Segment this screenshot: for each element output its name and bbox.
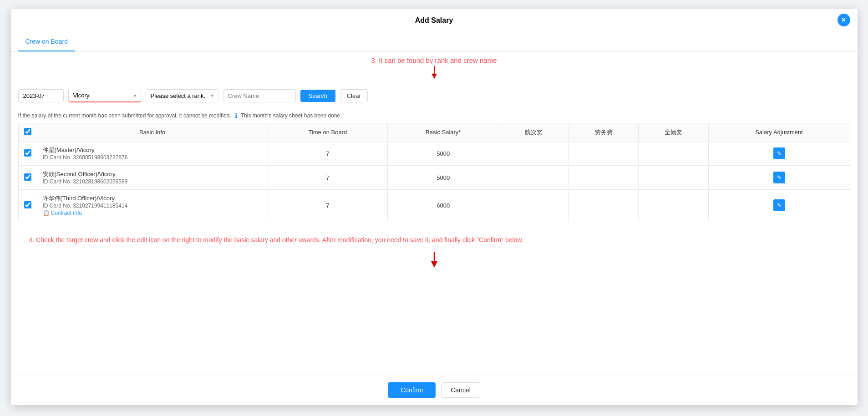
row2-edit-button[interactable]: ✎ xyxy=(773,172,785,183)
tab-bar: Crew on Board xyxy=(11,32,858,52)
row1-col2 xyxy=(569,142,639,166)
row2-edit-cell: ✎ xyxy=(708,166,850,190)
modal-title: Add Salary xyxy=(415,16,453,24)
th-col1: 航次奖 xyxy=(499,123,569,142)
vessel-select-wrapper: Vicory ▼ xyxy=(68,89,141,102)
rank-select-wrapper: Please select a rank. ▼ xyxy=(146,89,218,102)
row1-edit-cell: ✎ xyxy=(708,142,850,166)
vessel-select[interactable]: Vicory xyxy=(68,89,141,102)
header-checkbox[interactable] xyxy=(24,128,31,135)
filter-row: Vicory ▼ Please select a rank. ▼ Search … xyxy=(11,83,858,108)
th-col3: 全勤奖 xyxy=(639,123,708,142)
tab-crew-on-board[interactable]: Crew on Board xyxy=(18,32,75,51)
table-header: Basic Info Time on Board Basic Salary* 航… xyxy=(18,123,850,142)
row3-checkbox-cell xyxy=(18,190,37,221)
svg-marker-1 xyxy=(431,74,437,79)
row3-col1 xyxy=(499,190,569,221)
close-button[interactable]: × xyxy=(838,14,850,26)
footer-arrow xyxy=(11,252,858,269)
contract-info-link[interactable]: 📋 Contract Info xyxy=(43,210,82,216)
th-time-on-board: Time on Board xyxy=(268,123,387,142)
modal-footer: Confirm Cancel xyxy=(11,375,858,405)
row2-col3 xyxy=(639,166,708,190)
row2-checkbox-cell xyxy=(18,166,37,190)
confirm-button[interactable]: Confirm xyxy=(388,382,436,398)
th-col2: 劳务费 xyxy=(569,123,639,142)
th-checkbox xyxy=(18,123,37,142)
row3-info-cell: 许华伟(Third Officer)/Vicory ID Card No.:32… xyxy=(37,190,268,221)
modal-body: Crew on Board 3. It can be found by rank… xyxy=(11,32,858,375)
row2-salary: 5000 xyxy=(387,166,499,190)
cancel-button[interactable]: Cancel xyxy=(441,382,480,398)
contract-info-icon: 📋 xyxy=(43,210,50,216)
row1-checkbox-cell xyxy=(18,142,37,166)
th-basic-info: Basic Info xyxy=(37,123,268,142)
table-body: 仲星(Master)/Vicory ID Card No.:3260051986… xyxy=(18,142,850,221)
rank-select[interactable]: Please select a rank. xyxy=(146,89,218,102)
step3-arrow xyxy=(11,66,858,80)
row2-col2 xyxy=(569,166,639,190)
row1-salary: 5000 xyxy=(387,142,499,166)
row3-time: 7 xyxy=(268,190,387,221)
row3-salary: 6000 xyxy=(387,190,499,221)
svg-marker-3 xyxy=(431,261,437,268)
add-salary-modal: Add Salary × Crew on Board 3. It can be … xyxy=(11,9,858,405)
row1-col1 xyxy=(499,142,569,166)
row3-id: ID Card No.:321027199411185414 xyxy=(43,203,262,209)
table-row: 安欣(Second Officer)/Vicory ID Card No.:32… xyxy=(18,166,850,190)
row2-time: 7 xyxy=(268,166,387,190)
row1-info-cell: 仲星(Master)/Vicory ID Card No.:3260051986… xyxy=(37,142,268,166)
salary-table-container: Basic Info Time on Board Basic Salary* 航… xyxy=(11,123,858,221)
date-input[interactable] xyxy=(18,89,64,102)
notice-text: If the salary of the current month has b… xyxy=(18,112,231,119)
row3-checkbox[interactable] xyxy=(24,201,31,208)
table-row: 许华伟(Third Officer)/Vicory ID Card No.:32… xyxy=(18,190,850,221)
th-basic-salary: Basic Salary* xyxy=(387,123,499,142)
step3-annotation: 3. It can be found by rank and crew name xyxy=(11,52,858,64)
row1-name: 仲星(Master)/Vicory xyxy=(43,146,262,154)
row2-info-cell: 安欣(Second Officer)/Vicory ID Card No.:32… xyxy=(37,166,268,190)
row1-edit-button[interactable]: ✎ xyxy=(773,147,785,159)
salary-table: Basic Info Time on Board Basic Salary* 航… xyxy=(18,123,850,221)
modal-header: Add Salary × xyxy=(11,9,858,32)
row1-time: 7 xyxy=(268,142,387,166)
row3-col3 xyxy=(639,190,708,221)
row2-id: ID Card No.:321028198602056589 xyxy=(43,178,262,185)
notice-done-text: This month's salary sheet has been done. xyxy=(241,112,342,119)
row3-edit-cell: ✎ xyxy=(708,190,850,221)
row1-col3 xyxy=(639,142,708,166)
info-icon: ℹ xyxy=(235,112,237,119)
th-salary-adj: Salary Adjustment xyxy=(708,123,850,142)
row1-id: ID Card No.:326005198603237876 xyxy=(43,154,262,161)
clear-button[interactable]: Clear xyxy=(340,89,368,102)
row3-col2 xyxy=(569,190,639,221)
table-row: 仲星(Master)/Vicory ID Card No.:3260051986… xyxy=(18,142,850,166)
row3-edit-button[interactable]: ✎ xyxy=(773,199,785,211)
row2-checkbox[interactable] xyxy=(24,173,31,181)
search-button[interactable]: Search xyxy=(300,90,335,102)
crew-name-input[interactable] xyxy=(223,89,296,102)
row2-col1 xyxy=(499,166,569,190)
row3-name: 许华伟(Third Officer)/Vicory xyxy=(43,194,262,203)
step4-annotation: 4. Check the target crew and click the e… xyxy=(11,221,858,249)
notice-bar: If the salary of the current month has b… xyxy=(11,108,858,123)
row2-name: 安欣(Second Officer)/Vicory xyxy=(43,170,262,178)
row1-checkbox[interactable] xyxy=(24,149,31,157)
